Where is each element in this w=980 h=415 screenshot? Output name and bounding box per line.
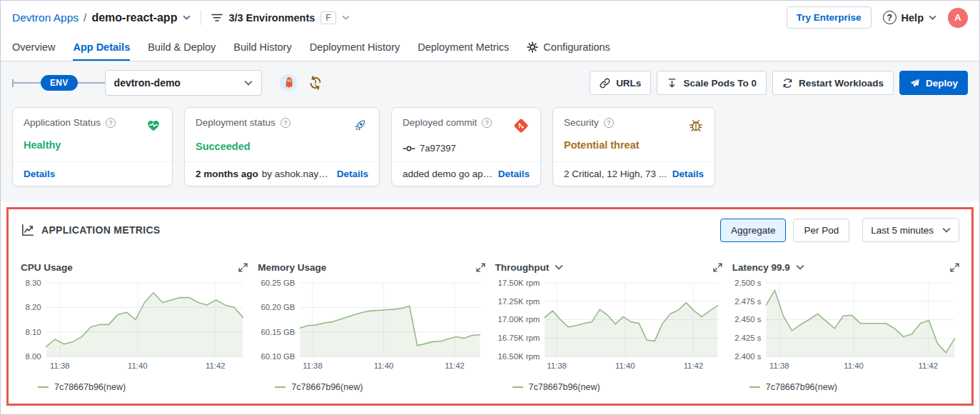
filter-icon [211, 14, 223, 22]
svg-text:2.450 s: 2.450 s [734, 315, 762, 324]
svg-text:11:38: 11:38 [547, 361, 567, 370]
memory-usage-chart: Memory Usage 60.25 GB60.20 GB60.15 GB60.… [258, 259, 485, 392]
breadcrumb-app-group[interactable]: Devtron Apps [12, 11, 79, 24]
svg-text:8.10: 8.10 [26, 328, 41, 336]
chevron-down-icon [942, 227, 951, 233]
svg-text:11:38: 11:38 [50, 361, 70, 370]
environments-chevron-icon[interactable] [342, 15, 350, 20]
svg-text:17.00K rpm: 17.00K rpm [497, 315, 540, 324]
application-status-card: Application Status ? Healthy Details [12, 107, 173, 186]
card-title: Application Status [24, 117, 101, 128]
deploy-rocket-icon [909, 78, 920, 89]
commit-message: added demo go app w... [403, 169, 495, 179]
metric-select-chevron-icon[interactable] [555, 264, 563, 270]
help-label: Help [901, 12, 924, 24]
rotate-alert-icon[interactable]: ! [308, 75, 323, 91]
try-enterprise-button[interactable]: Try Enterprise [787, 6, 872, 29]
environments-selector[interactable]: 3/3 Environments F [211, 11, 335, 24]
app-switcher-chevron-icon[interactable] [183, 15, 191, 20]
metrics-area: APPLICATION METRICS Aggregate Per Pod La… [1, 202, 979, 414]
tab-deployment-history[interactable]: Deployment History [310, 34, 400, 61]
svg-text:60.10 GB: 60.10 GB [261, 352, 295, 361]
svg-text:11:40: 11:40 [128, 361, 148, 370]
tab-configurations[interactable]: Configurations [527, 34, 610, 61]
svg-text:8.00: 8.00 [26, 352, 41, 361]
commit-hash[interactable]: 7a97397 [420, 143, 456, 154]
throughput-plot: 17.50K rpm17.25K rpm17.00K rpm16.75K rpm… [495, 278, 722, 376]
time-range-dropdown[interactable]: Last 5 minutes [862, 218, 959, 242]
time-range-value: Last 5 minutes [871, 225, 934, 236]
aggregate-toggle-button[interactable]: Aggregate [720, 219, 786, 242]
expand-icon[interactable] [950, 263, 959, 272]
environment-dropdown[interactable]: devtron-demo [105, 70, 262, 96]
chart-legend: 7c78667b96(new) [275, 382, 485, 392]
svg-text:2.475 s: 2.475 s [734, 297, 762, 306]
deploy-button[interactable]: Deploy [899, 71, 968, 95]
expand-icon[interactable] [476, 263, 485, 272]
expand-icon[interactable] [238, 263, 248, 272]
restart-icon [782, 78, 793, 89]
tab-build-deploy[interactable]: Build & Deploy [148, 34, 216, 61]
legend-label: 7c78667b96(new) [529, 382, 600, 392]
legend-label: 7c78667b96(new) [54, 382, 126, 392]
env-pill: ENV [41, 75, 78, 91]
svg-text:60.15 GB: 60.15 GB [261, 328, 295, 336]
deployment-status-card: Deployment status ? Succeeded 2 months a… [184, 107, 380, 186]
tab-app-details[interactable]: App Details [73, 34, 130, 61]
deployment-author: by ashok.nayak... [262, 169, 333, 179]
application-metrics-section: APPLICATION METRICS Aggregate Per Pod La… [6, 207, 974, 406]
cpu-usage-plot: 8.308.208.108.0011:3811:4011:42 [21, 278, 248, 376]
tab-overview[interactable]: Overview [12, 34, 55, 61]
breadcrumb-app-name[interactable]: demo-react-app [91, 11, 177, 24]
security-summary: 2 Critical, 12 High, 73 ... [564, 169, 667, 179]
metrics-title: APPLICATION METRICS [41, 224, 160, 236]
latency-plot: 2.500 s2.475 s2.450 s2.425 s2.400 s11:38… [732, 278, 959, 376]
svg-text:11:40: 11:40 [615, 361, 635, 370]
security-details-link[interactable]: Details [672, 169, 704, 179]
link-icon [600, 78, 610, 89]
chart-legend: 7c78667b96(new) [38, 382, 248, 392]
connector-line [78, 82, 105, 84]
svg-text:11:38: 11:38 [769, 361, 789, 370]
svg-text:60.25 GB: 60.25 GB [261, 279, 295, 287]
avatar[interactable]: A [948, 8, 968, 28]
per-pod-toggle-button[interactable]: Per Pod [793, 219, 849, 242]
deployment-status-details-link[interactable]: Details [337, 169, 368, 179]
legend-swatch [749, 386, 760, 388]
legend-swatch [275, 386, 286, 388]
svg-text:8.20: 8.20 [26, 303, 41, 311]
expand-icon[interactable] [713, 263, 722, 272]
environments-label: 3/3 Environments [228, 12, 315, 24]
svg-text:11:42: 11:42 [683, 361, 703, 370]
help-circle-icon[interactable]: ? [281, 118, 291, 128]
gear-icon [527, 41, 538, 53]
card-title: Deployed commit [403, 117, 477, 128]
help-circle-icon[interactable]: ? [604, 118, 614, 128]
deployed-commit-details-link[interactable]: Details [498, 169, 530, 179]
metric-select-chevron-icon[interactable] [796, 264, 804, 270]
devtron-mascot-icon[interactable] [279, 74, 298, 92]
chart-title: Throughput [495, 262, 550, 273]
scale-down-icon [667, 78, 677, 89]
security-status-value: Potential threat [564, 139, 704, 151]
restart-workloads-button[interactable]: Restart Workloads [772, 71, 894, 95]
scale-pods-button[interactable]: Scale Pods To 0 [657, 71, 767, 95]
application-status-details-link[interactable]: Details [24, 169, 55, 179]
tab-build-history[interactable]: Build History [233, 34, 291, 61]
app-details-page: Devtron Apps / demo-react-app 3/3 Enviro… [0, 0, 980, 415]
metrics-controls: Aggregate Per Pod Last 5 minutes [720, 218, 959, 242]
deployment-time: 2 months ago [196, 169, 258, 179]
tab-deployment-metrics[interactable]: Deployment Metrics [418, 34, 509, 61]
env-status-icons: ! [279, 74, 323, 92]
svg-text:8.30: 8.30 [26, 279, 41, 287]
help-circle-icon[interactable]: ? [106, 118, 116, 128]
selected-environment: devtron-demo [114, 77, 181, 89]
metrics-header: APPLICATION METRICS Aggregate Per Pod La… [21, 218, 959, 242]
svg-text:16.50K rpm: 16.50K rpm [497, 352, 540, 361]
bug-icon [688, 117, 704, 136]
help-circle-icon[interactable]: ? [482, 118, 492, 128]
urls-button[interactable]: URLs [590, 71, 651, 95]
environment-row: ENV devtron-demo ! URLs Scale Pods To 0 [12, 69, 968, 97]
help-menu[interactable]: ? Help [883, 11, 936, 24]
throughput-chart: Throughput 17.50K rpm17.25K rpm17.00K rp… [495, 259, 722, 392]
